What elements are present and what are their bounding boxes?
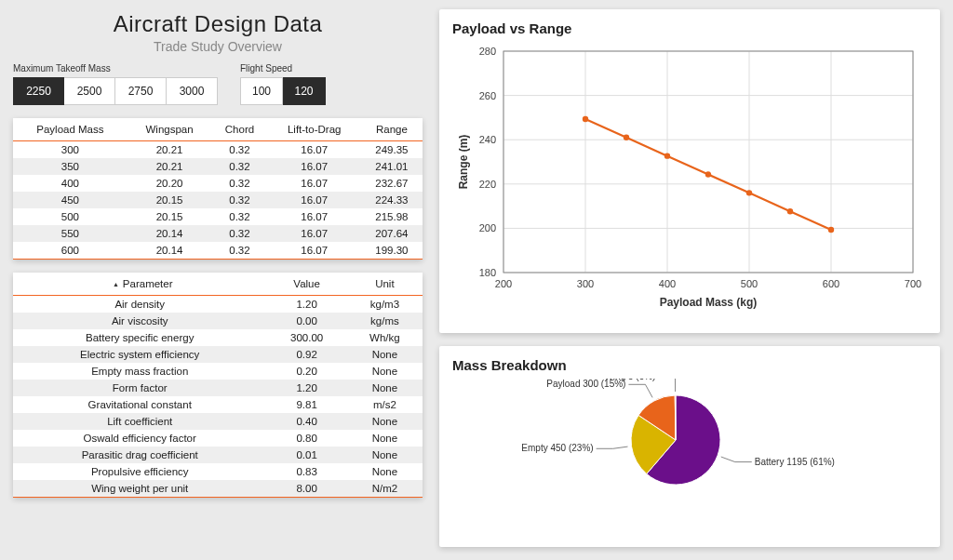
table-row: 45020.150.3216.07224.33 (13, 192, 423, 208)
svg-point-26 (624, 135, 629, 140)
svg-text:Battery 1195 (61%): Battery 1195 (61%) (755, 456, 835, 466)
svg-point-27 (664, 153, 670, 158)
table-row: Empty mass fraction0.20None (13, 363, 423, 380)
table-row: Air viscosity0.00kg/ms (13, 313, 423, 329)
table-row: Electric system efficiency0.92None (13, 346, 423, 363)
controls-row: Maximum Takeoff Mass 2250 2500 2750 3000… (13, 63, 423, 105)
table-row: Propulsive efficiency0.83None (13, 463, 423, 480)
pie-chart-card: Mass Breakdown Battery 1195 (61%)Empty 4… (439, 346, 940, 548)
results-col-0[interactable]: Payload Mass (13, 118, 128, 141)
results-table: Payload MassWingspanChordLift-to-DragRan… (13, 118, 423, 260)
svg-text:280: 280 (479, 46, 496, 57)
speed-button-row: 100 120 (240, 77, 326, 105)
results-table-card: Payload MassWingspanChordLift-to-DragRan… (13, 118, 423, 260)
svg-text:260: 260 (479, 90, 496, 101)
mtom-option-3000[interactable]: 3000 (167, 77, 218, 105)
svg-text:Payload Mass (kg): Payload Mass (kg) (660, 296, 758, 309)
svg-point-28 (705, 171, 711, 177)
mtom-option-2500[interactable]: 2500 (64, 77, 115, 105)
svg-point-25 (583, 116, 588, 122)
svg-text:220: 220 (479, 179, 496, 190)
params-col-2[interactable]: Unit (347, 273, 423, 296)
table-row: Air density1.20kg/m3 (13, 296, 423, 313)
svg-text:240: 240 (479, 134, 496, 145)
table-row: 40020.200.3216.07232.67 (13, 175, 423, 192)
params-table-card: ▲ParameterValueUnit Air density1.20kg/m3… (13, 273, 423, 498)
table-row: Battery specific energy300.00Wh/kg (13, 329, 423, 346)
params-col-0[interactable]: ▲Parameter (13, 273, 266, 296)
svg-text:500: 500 (741, 278, 758, 289)
table-row: 30020.210.3216.07249.35 (13, 141, 423, 159)
svg-text:700: 700 (905, 278, 921, 289)
svg-point-31 (828, 227, 834, 233)
svg-text:180: 180 (479, 267, 496, 278)
table-row: Lift coefficient0.40None (13, 413, 423, 430)
svg-text:400: 400 (659, 278, 676, 289)
line-chart[interactable]: 180200220240260280200300400500600700Payl… (452, 42, 927, 312)
svg-text:200: 200 (495, 278, 512, 289)
line-chart-title: Payload vs Range (452, 20, 927, 36)
svg-text:200: 200 (479, 222, 496, 233)
mtom-option-2250[interactable]: 2250 (13, 77, 64, 105)
svg-text:Empty 450 (23%): Empty 450 (23%) (521, 443, 593, 453)
sort-asc-icon: ▲ (107, 281, 119, 287)
svg-text:600: 600 (823, 278, 839, 289)
svg-text:Range (m): Range (m) (457, 135, 470, 190)
pie-chart[interactable]: Battery 1195 (61%)Empty 450 (23%)Payload… (457, 379, 922, 498)
table-row: 50020.150.3216.07215.98 (13, 208, 423, 225)
page-title: Aircraft Design Data (13, 11, 423, 37)
speed-option-120[interactable]: 120 (283, 77, 326, 105)
table-row: 60020.140.3216.07199.30 (13, 242, 423, 260)
line-chart-card: Payload vs Range 18020022024026028020030… (439, 9, 940, 333)
table-row: Gravitational constant9.81m/s2 (13, 396, 423, 413)
mtom-label: Maximum Takeoff Mass (13, 63, 218, 73)
page-subtitle: Trade Study Overview (13, 39, 423, 54)
mtom-option-2750[interactable]: 2750 (115, 77, 167, 105)
speed-label: Flight Speed (240, 63, 326, 73)
svg-text:Wing 5 (0%): Wing 5 (0%) (604, 379, 655, 381)
params-col-1[interactable]: Value (266, 273, 346, 296)
table-row: 55020.140.3216.07207.64 (13, 225, 423, 242)
svg-rect-24 (503, 51, 913, 273)
results-col-1[interactable]: Wingspan (128, 118, 212, 141)
speed-option-100[interactable]: 100 (240, 77, 283, 105)
mtom-button-row: 2250 2500 2750 3000 (13, 77, 218, 105)
table-row: Parasitic drag coefficient0.01None (13, 447, 423, 463)
svg-point-30 (787, 208, 793, 214)
pie-chart-title: Mass Breakdown (452, 357, 927, 373)
table-row: Form factor1.20None (13, 380, 423, 396)
results-col-3[interactable]: Lift-to-Drag (268, 118, 361, 141)
table-row: 35020.210.3216.07241.01 (13, 158, 423, 175)
svg-text:300: 300 (577, 278, 594, 289)
table-row: Oswald efficiency factor0.80None (13, 430, 423, 447)
table-row: Wing weight per unit8.00N/m2 (13, 480, 423, 498)
svg-point-29 (746, 190, 752, 195)
params-table: ▲ParameterValueUnit Air density1.20kg/m3… (13, 273, 423, 498)
results-col-4[interactable]: Range (361, 118, 423, 141)
results-col-2[interactable]: Chord (211, 118, 267, 141)
